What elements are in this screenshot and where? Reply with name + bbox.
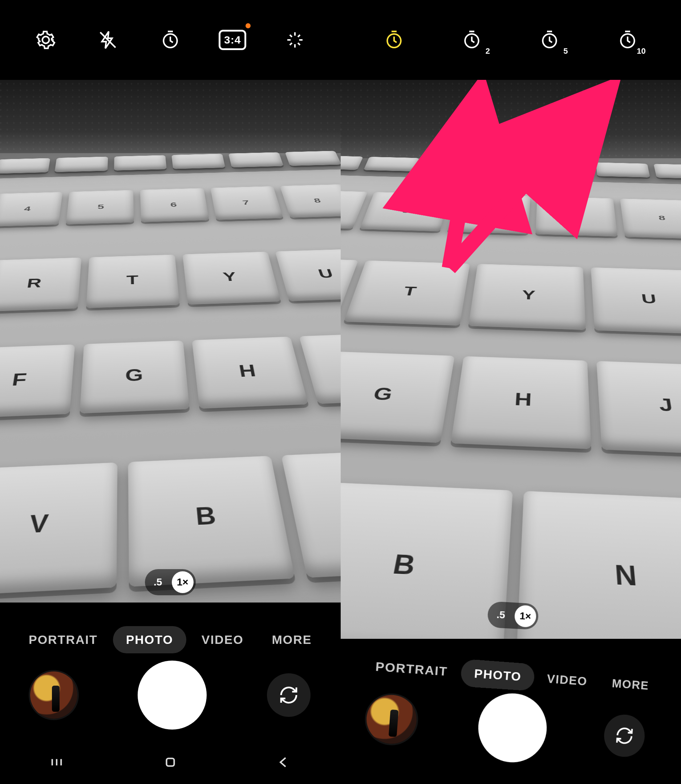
flash-off-icon: [98, 30, 118, 50]
zoom-option-1x[interactable]: 1×: [172, 571, 193, 593]
mode-selector[interactable]: PORTRAIT PHOTO VIDEO MORE: [0, 626, 340, 653]
keyboard-key: [54, 157, 108, 172]
keyboard-key: 7: [535, 196, 618, 237]
keyboard-key: [538, 161, 591, 176]
timer-icon: [384, 30, 404, 50]
keyboard-key: B: [340, 482, 513, 639]
gallery-thumbnail[interactable]: [30, 672, 78, 719]
switch-camera-icon: [279, 685, 299, 705]
keyboard-key: T: [86, 254, 179, 308]
timer-option-sub: 5: [563, 46, 568, 56]
keyboard-key: F: [0, 345, 74, 419]
system-nav-bar: [0, 740, 340, 784]
timer-option-off[interactable]: [380, 25, 409, 54]
settings-button[interactable]: [31, 25, 60, 54]
keyboard-key: [114, 155, 167, 171]
timer-options-bar: 2510: [340, 0, 681, 80]
keyboard-key: [596, 162, 650, 177]
mode-video[interactable]: VIDEO: [188, 626, 257, 653]
timer-option-5[interactable]: 5: [535, 25, 564, 54]
mode-video[interactable]: VIDEO: [533, 664, 600, 695]
zoom-option-0_5x[interactable]: .5: [489, 603, 513, 626]
keyboard-key: [171, 154, 225, 169]
effects-button[interactable]: [280, 25, 309, 54]
keyboard-key: 6: [140, 188, 209, 223]
timer-option-10[interactable]: 10: [613, 25, 642, 54]
zoom-option-0_5x[interactable]: .5: [147, 571, 169, 593]
timer-icon: [539, 30, 560, 50]
switch-camera-button[interactable]: [603, 713, 646, 758]
home-icon: [163, 755, 178, 770]
switch-camera-button[interactable]: [267, 673, 310, 717]
timer-option-2[interactable]: 2: [457, 25, 486, 54]
shutter-button[interactable]: [476, 691, 549, 764]
keyboard-key: H: [450, 356, 591, 449]
timer-option-sub: 2: [486, 46, 490, 56]
viewfinder[interactable]: 345678ERTYUIDFGHJKCVBNM .5 1×: [0, 80, 340, 602]
mode-more[interactable]: MORE: [599, 669, 661, 699]
magic-wand-icon: [285, 30, 305, 50]
aspect-ratio-button[interactable]: 3:4: [218, 25, 247, 54]
keyboard-key: H: [192, 337, 308, 409]
keyboard-key: 5: [66, 190, 134, 224]
nav-recents[interactable]: [44, 753, 70, 771]
keyboard-key: Y: [468, 264, 586, 330]
viewfinder-image: 345678ERTYUIDFGHJKCVBNM: [0, 80, 340, 602]
capture-controls: [0, 661, 340, 730]
back-icon: [276, 755, 291, 770]
keyboard-key: B: [128, 456, 295, 587]
mode-portrait[interactable]: PORTRAIT: [16, 626, 111, 653]
zoom-selector[interactable]: .5 1×: [487, 601, 539, 630]
keyboard-key: 5: [360, 192, 448, 231]
keyboard-key: T: [344, 260, 470, 326]
keyboard-key: N: [516, 491, 681, 639]
shutter-button[interactable]: [138, 661, 207, 730]
timer-icon: [462, 30, 482, 50]
keyboard-key: R: [0, 258, 81, 312]
keyboard-key: 7: [210, 186, 283, 220]
timer-icon: [618, 30, 638, 50]
timer-button[interactable]: [156, 25, 185, 54]
switch-camera-icon: [614, 725, 635, 746]
motion-photo-indicator: [245, 23, 250, 28]
nav-home[interactable]: [158, 753, 183, 771]
mode-photo[interactable]: PHOTO: [113, 626, 186, 653]
keyboard-key: [653, 164, 681, 179]
keyboard-key: Y: [182, 251, 280, 305]
keyboard-key: [0, 158, 50, 174]
mode-more[interactable]: MORE: [259, 626, 325, 653]
aspect-ratio-label: 3:4: [219, 30, 246, 50]
keyboard-key: 4: [0, 192, 62, 226]
keyboard-key: J: [596, 361, 681, 456]
camera-screen-main: 3:4 345678ERTYUIDFGHJKCVBNM .5 1× PORTRA…: [0, 0, 340, 784]
viewfinder-image: 45678RTYUIFGHJKVBNM: [340, 80, 681, 639]
top-toolbar: 3:4: [0, 0, 340, 80]
recents-icon: [49, 755, 64, 770]
keyboard-key: [480, 160, 532, 175]
flash-button[interactable]: [93, 25, 122, 54]
camera-screen-timer-expanded: 2510 45678RTYUIFGHJKVBNM .5 1×: [340, 0, 681, 784]
viewfinder[interactable]: 45678RTYUIFGHJKVBNM .5 1×: [340, 80, 681, 639]
keyboard-key: G: [340, 352, 455, 443]
keyboard-key: 6: [447, 194, 530, 234]
mode-portrait[interactable]: PORTRAIT: [360, 651, 462, 686]
keyboard-key: [364, 157, 420, 172]
zoom-option-1x[interactable]: 1×: [514, 605, 537, 628]
keyboard-key: [228, 152, 283, 168]
timer-option-sub: 10: [637, 46, 645, 56]
keyboard-key: 8: [619, 199, 681, 239]
zoom-selector[interactable]: .5 1×: [145, 569, 196, 595]
keyboard-key: 8: [280, 184, 340, 218]
keyboard-key: U: [591, 267, 681, 335]
gallery-thumbnail[interactable]: [365, 693, 418, 746]
mode-photo[interactable]: PHOTO: [460, 659, 535, 691]
keyboard-key: [285, 151, 340, 166]
svg-rect-2: [166, 759, 174, 766]
keyboard-key: G: [79, 341, 190, 414]
gear-icon: [36, 30, 56, 50]
timer-icon: [160, 30, 181, 50]
keyboard-key: V: [0, 462, 117, 596]
keyboard-key: [340, 155, 364, 170]
nav-back[interactable]: [271, 753, 296, 771]
keyboard-key: U: [275, 249, 340, 301]
